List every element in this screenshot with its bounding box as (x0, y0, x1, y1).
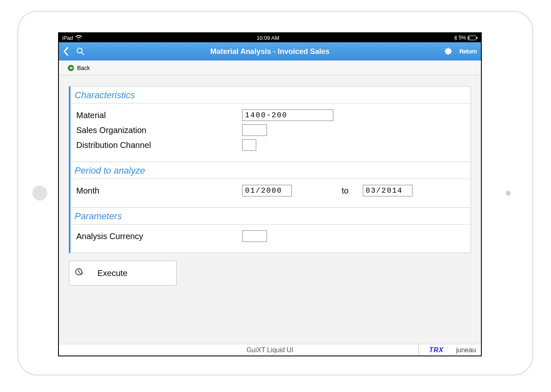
svg-rect-1 (477, 37, 478, 39)
back-button[interactable]: Back (77, 65, 90, 71)
dist-channel-input[interactable] (242, 139, 256, 151)
panel-characteristics: Characteristics Material Sales Organizat… (69, 86, 471, 162)
month-to-input[interactable] (363, 185, 413, 196)
page-title: Material Analysis - Invoiced Sales (210, 47, 329, 56)
content-area: Characteristics Material Sales Organizat… (59, 75, 481, 344)
month-from-input[interactable] (242, 185, 292, 196)
ios-statusbar: iPad 10:09 AM 5% (59, 33, 481, 42)
footer-server: juneau (456, 346, 476, 354)
panel-characteristics-title: Characteristics (70, 87, 471, 104)
sales-org-input[interactable] (242, 124, 267, 136)
panel-parameters-title: Parameters (70, 208, 471, 225)
footer-trx[interactable]: TRX (429, 346, 444, 354)
bluetooth-icon (454, 35, 457, 41)
currency-input[interactable] (242, 230, 267, 242)
footer-bar: GuiXT Liquid UI TRX juneau (59, 344, 481, 356)
svg-line-4 (82, 53, 84, 55)
footer-divider (418, 344, 419, 356)
ipad-frame: iPad 10:09 AM 5% (17, 11, 533, 375)
footer-product: GuiXT Liquid UI (247, 346, 294, 354)
panel-parameters: Parameters Analysis Currency (69, 208, 471, 253)
search-icon[interactable] (76, 47, 85, 56)
panel-period-title: Period to analyze (70, 162, 471, 179)
clock-check-icon (75, 268, 83, 278)
battery-icon (468, 36, 478, 40)
svg-rect-2 (468, 36, 469, 39)
back-globe-icon[interactable] (67, 64, 75, 72)
month-label: Month (76, 186, 242, 196)
return-button[interactable]: Return (459, 48, 477, 55)
dist-channel-label: Distribution Channel (76, 140, 242, 150)
sales-org-label: Sales Organization (76, 126, 242, 135)
app-navbar: Material Analysis - Invoiced Sales Retur… (59, 42, 481, 60)
back-chevron-icon[interactable] (63, 47, 69, 56)
execute-button[interactable]: Execute (69, 261, 177, 286)
panel-period: Period to analyze Month to (69, 162, 471, 208)
carrier-label: iPad (62, 35, 73, 41)
camera-dot (506, 191, 511, 196)
screen: iPad 10:09 AM 5% (58, 32, 482, 356)
execute-label: Execute (97, 269, 127, 278)
gear-icon[interactable] (444, 47, 453, 56)
statusbar-time: 10:09 AM (257, 35, 279, 41)
svg-point-3 (77, 48, 82, 53)
sub-toolbar: Back (59, 60, 481, 75)
wifi-icon (75, 35, 82, 40)
battery-percent: 5% (459, 35, 466, 41)
material-input[interactable] (242, 109, 333, 121)
material-label: Material (76, 111, 242, 120)
to-label: to (342, 186, 349, 196)
home-button[interactable] (32, 186, 47, 201)
currency-label: Analysis Currency (76, 232, 242, 241)
